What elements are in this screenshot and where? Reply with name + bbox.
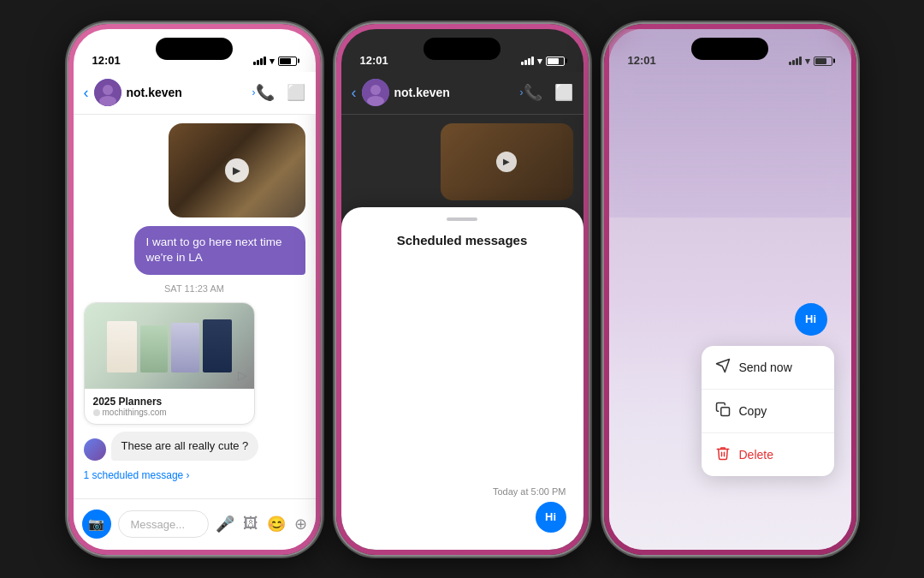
message-bubble-in-1: These are all really cute ?	[84, 432, 305, 461]
photo-icon-1[interactable]: 🖼	[243, 515, 258, 533]
contact-name-1[interactable]: not.keven	[127, 86, 251, 99]
svg-marker-6	[716, 359, 729, 372]
books-display-1	[100, 313, 239, 379]
back-button-1[interactable]: ‹	[84, 84, 89, 102]
svg-point-5	[367, 96, 384, 106]
wifi-icon-3: ▾	[805, 56, 810, 67]
status-time-1: 12:01	[92, 54, 121, 67]
battery-icon-2	[546, 57, 565, 66]
sheet-footer-2: Today at 5:00 PM Hi	[493, 486, 566, 533]
dynamic-island-2	[424, 38, 500, 60]
sheet-title-2: Scheduled messages	[397, 233, 528, 247]
phone-3-screen: 12:01 ▾ Hi	[609, 29, 851, 550]
context-item-delete[interactable]: Delete	[702, 433, 834, 476]
hi-bubble-3[interactable]: Hi	[795, 303, 827, 336]
mic-icon-1[interactable]: 🎤	[216, 515, 234, 533]
trash-icon-3	[715, 445, 731, 464]
dynamic-island-1	[156, 38, 233, 60]
svg-point-2	[99, 96, 116, 106]
chat-body-1: ▶ I want to go here next time we're in L…	[74, 115, 316, 498]
sheet-timestamp-2: Today at 5:00 PM	[493, 486, 566, 497]
sticker-icon-1[interactable]: 😊	[267, 515, 286, 533]
battery-icon-1	[278, 57, 297, 66]
svg-point-4	[370, 85, 381, 95]
chat-header-2: ‹ not.keven › 📞 ⬜	[341, 72, 583, 115]
phone-2: 12:01 ▾ ‹ not.keven › 📞 ⬜	[336, 24, 589, 555]
food-img-preview-2: ▶	[441, 123, 573, 200]
book-1	[107, 321, 137, 372]
play-icon-2: ▶	[496, 152, 517, 172]
context-item-copy[interactable]: Copy	[702, 390, 834, 433]
link-card-image-1: ▷	[85, 303, 254, 389]
phone-icon-2[interactable]: 📞	[524, 83, 542, 102]
share-icon-1: ▷	[238, 368, 247, 382]
food-image-1: ▶	[169, 123, 305, 217]
status-icons-2: ▾	[521, 56, 565, 67]
link-domain-1: mochithings.com	[93, 408, 246, 417]
signal-icon-1	[253, 57, 266, 65]
video-icon-2[interactable]: ⬜	[554, 83, 573, 102]
wifi-icon-1: ▾	[270, 56, 275, 67]
message-bubble-out-1: I want to go here next time we're in LA	[134, 226, 305, 276]
hi-bubble-2[interactable]: Hi	[536, 502, 566, 533]
svg-rect-7	[720, 407, 729, 415]
copy-icon-3	[715, 402, 731, 420]
domain-dot-1	[93, 409, 100, 416]
chat-header-1: ‹ not.keven › 📞 ⬜	[74, 72, 316, 115]
svg-point-1	[103, 85, 113, 95]
message-input-1[interactable]: Message...	[118, 510, 209, 538]
link-title-1: 2025 Planners	[93, 396, 246, 408]
sheet-handle-2	[447, 217, 477, 221]
scheduled-notice-1[interactable]: 1 scheduled message ›	[84, 468, 190, 483]
plus-icon-1[interactable]: ⊕	[294, 515, 307, 533]
contact-name-2[interactable]: not.keven	[394, 86, 518, 99]
status-bar-3: 12:01 ▾	[609, 29, 851, 72]
phone-3: 12:01 ▾ Hi	[604, 24, 856, 555]
timestamp-1: SAT 11:23 AM	[164, 283, 224, 294]
phone-icon-1[interactable]: 📞	[256, 83, 275, 102]
header-icons-1: 📞 ⬜	[256, 83, 305, 102]
book-3	[171, 323, 199, 372]
context-item-send-now[interactable]: Send now	[702, 346, 834, 390]
status-time-3: 12:01	[628, 54, 656, 67]
back-button-2[interactable]: ‹	[352, 84, 357, 102]
context-menu-3: Send now Copy	[702, 346, 834, 476]
header-icons-2: 📞 ⬜	[524, 83, 573, 102]
status-time-2: 12:01	[360, 54, 388, 67]
phone-1-screen: 12:01 ▾ ‹ not.keven › 📞 ⬜	[74, 29, 316, 550]
battery-icon-3	[814, 57, 832, 66]
signal-icon-2	[521, 57, 534, 65]
status-icons-1: ▾	[253, 56, 297, 67]
link-card-1[interactable]: ▷ 2025 Planners mochithings.com	[84, 302, 255, 425]
phone-1: 12:01 ▾ ‹ not.keven › 📞 ⬜	[68, 24, 321, 555]
video-icon-1[interactable]: ⬜	[287, 83, 305, 102]
send-icon-3	[715, 358, 731, 377]
camera-button-1[interactable]: 📷	[82, 509, 111, 539]
chat-input-1: 📷 Message... 🎤 🖼 😊 ⊕	[74, 498, 316, 550]
input-icons-1: 🎤 🖼 😊 ⊕	[216, 515, 307, 533]
book-2	[140, 325, 168, 372]
signal-icon-3	[789, 57, 802, 65]
avatar-2	[362, 79, 389, 106]
bottom-sheet-2[interactable]: Scheduled messages Today at 5:00 PM Hi	[341, 207, 583, 550]
avatar-1	[94, 79, 121, 106]
wifi-icon-2: ▾	[537, 56, 542, 67]
status-icons-3: ▾	[789, 56, 832, 67]
phone-2-screen: 12:01 ▾ ‹ not.keven › 📞 ⬜	[341, 29, 583, 550]
play-button-1[interactable]: ▶	[225, 158, 249, 182]
in-text-1: These are all really cute ?	[111, 432, 259, 461]
book-4	[203, 319, 232, 372]
link-card-info-1: 2025 Planners mochithings.com	[85, 389, 254, 424]
in-avatar-1	[84, 438, 106, 461]
